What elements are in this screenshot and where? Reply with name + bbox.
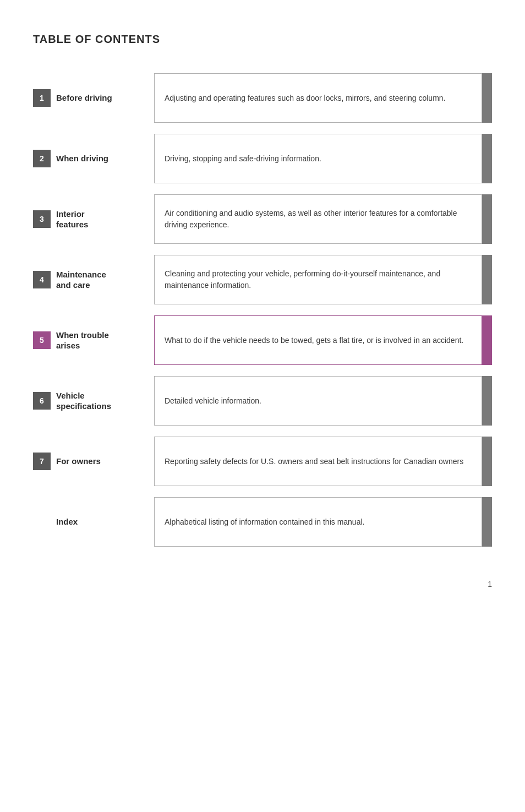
toc-list: 1Before drivingAdjusting and operating f… xyxy=(33,73,492,558)
toc-item[interactable]: IndexAlphabetical listing of information… xyxy=(33,497,492,547)
toc-item[interactable]: 2When drivingDriving, stopping and safe-… xyxy=(33,134,492,183)
toc-chapter-title: Vehicle specifications xyxy=(56,390,111,412)
toc-description-box: What to do if the vehicle needs to be to… xyxy=(154,315,482,365)
toc-color-bar xyxy=(482,315,492,365)
toc-left-section: 7For owners xyxy=(33,437,154,486)
toc-right-section: Adjusting and operating features such as… xyxy=(154,73,492,123)
toc-chapter-title: For owners xyxy=(56,456,101,467)
toc-description-box: Alphabetical listing of information cont… xyxy=(154,497,482,547)
toc-description-box: Cleaning and protecting your vehicle, pe… xyxy=(154,255,482,304)
toc-description-box: Driving, stopping and safe-driving infor… xyxy=(154,134,482,183)
toc-description-text: Air conditioning and audio systems, as w… xyxy=(165,208,472,231)
toc-chapter-title: Interior features xyxy=(56,209,88,230)
toc-number-badge: 5 xyxy=(33,331,51,349)
toc-description-box: Reporting safety defects for U.S. owners… xyxy=(154,437,482,486)
toc-description-text: Adjusting and operating features such as… xyxy=(165,92,446,104)
toc-chapter-title: When trouble arises xyxy=(56,330,109,351)
toc-right-section: Air conditioning and audio systems, as w… xyxy=(154,194,492,244)
toc-description-box: Adjusting and operating features such as… xyxy=(154,73,482,123)
toc-item[interactable]: 5When trouble arisesWhat to do if the ve… xyxy=(33,315,492,365)
toc-number-badge: 6 xyxy=(33,392,51,410)
toc-color-bar xyxy=(482,497,492,547)
toc-color-bar xyxy=(482,376,492,426)
toc-left-section: 2When driving xyxy=(33,134,154,183)
toc-right-section: What to do if the vehicle needs to be to… xyxy=(154,315,492,365)
toc-description-box: Air conditioning and audio systems, as w… xyxy=(154,194,482,244)
toc-description-text: Detailed vehicle information. xyxy=(165,395,261,407)
toc-chapter-title: Before driving xyxy=(56,92,112,103)
toc-chapter-title: Index xyxy=(56,516,78,527)
toc-number-badge: 4 xyxy=(33,271,51,288)
toc-item[interactable]: 1Before drivingAdjusting and operating f… xyxy=(33,73,492,123)
toc-item[interactable]: 6Vehicle specificationsDetailed vehicle … xyxy=(33,376,492,426)
toc-chapter-title: Maintenance and care xyxy=(56,269,106,291)
toc-item[interactable]: 7For ownersReporting safety defects for … xyxy=(33,437,492,486)
toc-right-section: Driving, stopping and safe-driving infor… xyxy=(154,134,492,183)
toc-color-bar xyxy=(482,134,492,183)
toc-color-bar xyxy=(482,255,492,304)
page-footer: 1 xyxy=(33,580,492,588)
toc-number-badge: 2 xyxy=(33,150,51,167)
toc-left-section: 3Interior features xyxy=(33,194,154,244)
toc-left-section: 4Maintenance and care xyxy=(33,255,154,304)
toc-left-section: 1Before driving xyxy=(33,73,154,123)
toc-item[interactable]: 3Interior featuresAir conditioning and a… xyxy=(33,194,492,244)
toc-color-bar xyxy=(482,194,492,244)
toc-description-text: Alphabetical listing of information cont… xyxy=(165,516,364,528)
toc-color-bar xyxy=(482,73,492,123)
toc-left-section: 5When trouble arises xyxy=(33,315,154,365)
toc-color-bar xyxy=(482,437,492,486)
toc-description-box: Detailed vehicle information. xyxy=(154,376,482,426)
toc-chapter-title: When driving xyxy=(56,153,108,164)
toc-right-section: Reporting safety defects for U.S. owners… xyxy=(154,437,492,486)
toc-left-section: Index xyxy=(33,497,154,547)
toc-description-text: Cleaning and protecting your vehicle, pe… xyxy=(165,268,472,291)
toc-number-badge: 1 xyxy=(33,89,51,107)
toc-number-badge: 3 xyxy=(33,210,51,228)
toc-left-section: 6Vehicle specifications xyxy=(33,376,154,426)
toc-number-badge: 7 xyxy=(33,453,51,470)
toc-description-text: What to do if the vehicle needs to be to… xyxy=(165,335,463,346)
page-title: TABLE OF CONTENTS xyxy=(33,33,492,46)
toc-right-section: Detailed vehicle information. xyxy=(154,376,492,426)
toc-right-section: Alphabetical listing of information cont… xyxy=(154,497,492,547)
toc-description-text: Driving, stopping and safe-driving infor… xyxy=(165,153,321,165)
toc-right-section: Cleaning and protecting your vehicle, pe… xyxy=(154,255,492,304)
toc-description-text: Reporting safety defects for U.S. owners… xyxy=(165,456,463,467)
toc-item[interactable]: 4Maintenance and careCleaning and protec… xyxy=(33,255,492,304)
